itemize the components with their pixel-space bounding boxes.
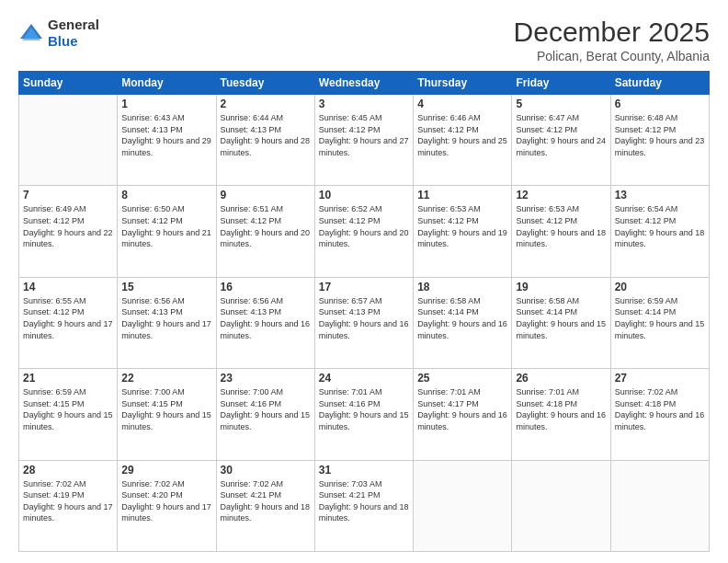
day-number: 9 xyxy=(221,189,311,201)
logo: General Blue xyxy=(18,17,99,50)
weekday-header: Tuesday xyxy=(216,72,314,95)
day-number: 3 xyxy=(319,98,409,110)
calendar-week-row: 28Sunrise: 7:02 AM Sunset: 4:19 PM Dayli… xyxy=(19,460,710,551)
day-info: Sunrise: 7:03 AM Sunset: 4:21 PM Dayligh… xyxy=(319,478,409,524)
day-info: Sunrise: 6:46 AM Sunset: 4:12 PM Dayligh… xyxy=(417,112,507,158)
calendar-cell: 30Sunrise: 7:02 AM Sunset: 4:21 PM Dayli… xyxy=(216,460,314,551)
day-info: Sunrise: 6:53 AM Sunset: 4:12 PM Dayligh… xyxy=(516,203,606,249)
day-info: Sunrise: 7:00 AM Sunset: 4:15 PM Dayligh… xyxy=(121,386,211,432)
calendar-cell: 7Sunrise: 6:49 AM Sunset: 4:12 PM Daylig… xyxy=(19,186,118,277)
calendar-cell: 18Sunrise: 6:58 AM Sunset: 4:14 PM Dayli… xyxy=(414,277,512,368)
calendar-cell: 8Sunrise: 6:50 AM Sunset: 4:12 PM Daylig… xyxy=(118,186,216,277)
weekday-header: Wednesday xyxy=(314,72,413,95)
day-number: 15 xyxy=(121,281,211,293)
day-info: Sunrise: 7:02 AM Sunset: 4:19 PM Dayligh… xyxy=(23,478,113,524)
weekday-header: Monday xyxy=(118,72,216,95)
day-number: 1 xyxy=(121,98,211,110)
calendar-cell: 11Sunrise: 6:53 AM Sunset: 4:12 PM Dayli… xyxy=(414,186,512,277)
calendar-cell: 23Sunrise: 7:00 AM Sunset: 4:16 PM Dayli… xyxy=(216,369,314,460)
day-info: Sunrise: 6:49 AM Sunset: 4:12 PM Dayligh… xyxy=(23,203,113,249)
day-number: 23 xyxy=(221,372,311,385)
day-info: Sunrise: 6:58 AM Sunset: 4:14 PM Dayligh… xyxy=(516,295,606,341)
day-info: Sunrise: 6:44 AM Sunset: 4:13 PM Dayligh… xyxy=(221,112,311,158)
calendar-cell: 28Sunrise: 7:02 AM Sunset: 4:19 PM Dayli… xyxy=(19,460,118,551)
day-number: 17 xyxy=(319,281,409,293)
logo-general: General xyxy=(48,17,99,32)
weekday-header: Saturday xyxy=(610,72,709,95)
day-number: 28 xyxy=(23,464,113,477)
day-info: Sunrise: 6:56 AM Sunset: 4:13 PM Dayligh… xyxy=(121,295,211,341)
calendar-cell: 27Sunrise: 7:02 AM Sunset: 4:18 PM Dayli… xyxy=(610,369,709,460)
day-info: Sunrise: 7:02 AM Sunset: 4:18 PM Dayligh… xyxy=(615,386,705,432)
calendar-cell: 4Sunrise: 6:46 AM Sunset: 4:12 PM Daylig… xyxy=(414,95,512,186)
day-number: 7 xyxy=(23,189,113,201)
day-number: 11 xyxy=(417,189,507,201)
title-block: December 2025 Polican, Berat County, Alb… xyxy=(514,17,710,63)
calendar-week-row: 1Sunrise: 6:43 AM Sunset: 4:13 PM Daylig… xyxy=(19,95,710,186)
day-number: 16 xyxy=(221,281,311,293)
header: General Blue December 2025 Polican, Bera… xyxy=(18,17,710,63)
day-number: 8 xyxy=(121,189,211,201)
day-number: 2 xyxy=(221,98,311,110)
day-number: 12 xyxy=(516,189,606,201)
calendar-cell: 10Sunrise: 6:52 AM Sunset: 4:12 PM Dayli… xyxy=(314,186,413,277)
weekday-header: Thursday xyxy=(414,72,512,95)
day-info: Sunrise: 6:45 AM Sunset: 4:12 PM Dayligh… xyxy=(319,112,409,158)
calendar-week-row: 21Sunrise: 6:59 AM Sunset: 4:15 PM Dayli… xyxy=(19,369,710,460)
calendar-cell: 16Sunrise: 6:56 AM Sunset: 4:13 PM Dayli… xyxy=(216,277,314,368)
calendar-cell xyxy=(19,95,118,186)
month-title: December 2025 xyxy=(514,17,710,47)
calendar-cell: 2Sunrise: 6:44 AM Sunset: 4:13 PM Daylig… xyxy=(216,95,314,186)
day-info: Sunrise: 6:52 AM Sunset: 4:12 PM Dayligh… xyxy=(319,203,409,249)
day-number: 21 xyxy=(23,372,113,385)
day-number: 31 xyxy=(319,464,409,477)
day-number: 14 xyxy=(23,281,113,293)
calendar-cell: 17Sunrise: 6:57 AM Sunset: 4:13 PM Dayli… xyxy=(314,277,413,368)
day-info: Sunrise: 6:48 AM Sunset: 4:12 PM Dayligh… xyxy=(615,112,705,158)
day-info: Sunrise: 7:01 AM Sunset: 4:18 PM Dayligh… xyxy=(516,386,606,432)
day-info: Sunrise: 6:59 AM Sunset: 4:14 PM Dayligh… xyxy=(615,295,705,341)
calendar-cell: 21Sunrise: 6:59 AM Sunset: 4:15 PM Dayli… xyxy=(19,369,118,460)
day-number: 26 xyxy=(516,372,606,385)
day-number: 18 xyxy=(417,281,507,293)
calendar-cell: 1Sunrise: 6:43 AM Sunset: 4:13 PM Daylig… xyxy=(118,95,216,186)
calendar-cell: 24Sunrise: 7:01 AM Sunset: 4:16 PM Dayli… xyxy=(314,369,413,460)
day-number: 4 xyxy=(417,98,507,110)
calendar-cell: 25Sunrise: 7:01 AM Sunset: 4:17 PM Dayli… xyxy=(414,369,512,460)
day-info: Sunrise: 6:43 AM Sunset: 4:13 PM Dayligh… xyxy=(121,112,211,158)
day-number: 29 xyxy=(121,464,211,477)
day-number: 27 xyxy=(615,372,705,385)
page: General Blue December 2025 Polican, Bera… xyxy=(0,0,728,563)
day-number: 6 xyxy=(615,98,705,110)
calendar-cell xyxy=(610,460,709,551)
day-number: 20 xyxy=(615,281,705,293)
calendar-cell: 13Sunrise: 6:54 AM Sunset: 4:12 PM Dayli… xyxy=(610,186,709,277)
day-number: 10 xyxy=(319,189,409,201)
calendar-cell: 31Sunrise: 7:03 AM Sunset: 4:21 PM Dayli… xyxy=(314,460,413,551)
logo-text: General Blue xyxy=(48,17,99,50)
logo-icon xyxy=(18,20,44,46)
day-info: Sunrise: 6:56 AM Sunset: 4:13 PM Dayligh… xyxy=(221,295,311,341)
day-info: Sunrise: 7:01 AM Sunset: 4:16 PM Dayligh… xyxy=(319,386,409,432)
day-number: 25 xyxy=(417,372,507,385)
calendar-cell: 15Sunrise: 6:56 AM Sunset: 4:13 PM Dayli… xyxy=(118,277,216,368)
day-info: Sunrise: 7:02 AM Sunset: 4:21 PM Dayligh… xyxy=(221,478,311,524)
calendar-cell: 26Sunrise: 7:01 AM Sunset: 4:18 PM Dayli… xyxy=(512,369,610,460)
day-info: Sunrise: 6:58 AM Sunset: 4:14 PM Dayligh… xyxy=(417,295,507,341)
calendar-cell: 9Sunrise: 6:51 AM Sunset: 4:12 PM Daylig… xyxy=(216,186,314,277)
calendar-cell xyxy=(414,460,512,551)
calendar-cell xyxy=(512,460,610,551)
weekday-header: Friday xyxy=(512,72,610,95)
calendar-week-row: 7Sunrise: 6:49 AM Sunset: 4:12 PM Daylig… xyxy=(19,186,710,277)
weekday-header-row: SundayMondayTuesdayWednesdayThursdayFrid… xyxy=(19,72,710,95)
calendar-cell: 22Sunrise: 7:00 AM Sunset: 4:15 PM Dayli… xyxy=(118,369,216,460)
day-info: Sunrise: 6:55 AM Sunset: 4:12 PM Dayligh… xyxy=(23,295,113,341)
calendar-week-row: 14Sunrise: 6:55 AM Sunset: 4:12 PM Dayli… xyxy=(19,277,710,368)
day-info: Sunrise: 7:02 AM Sunset: 4:20 PM Dayligh… xyxy=(121,478,211,524)
calendar-cell: 3Sunrise: 6:45 AM Sunset: 4:12 PM Daylig… xyxy=(314,95,413,186)
logo-blue: Blue xyxy=(48,33,78,49)
calendar-cell: 29Sunrise: 7:02 AM Sunset: 4:20 PM Dayli… xyxy=(118,460,216,551)
calendar-cell: 20Sunrise: 6:59 AM Sunset: 4:14 PM Dayli… xyxy=(610,277,709,368)
day-info: Sunrise: 6:59 AM Sunset: 4:15 PM Dayligh… xyxy=(23,386,113,432)
day-number: 30 xyxy=(221,464,311,477)
